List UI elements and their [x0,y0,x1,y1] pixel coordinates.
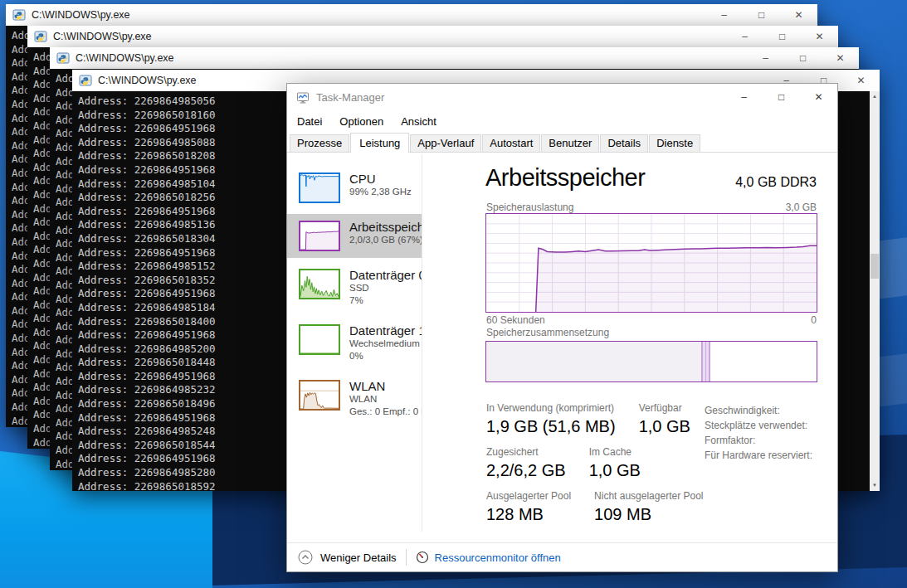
memory-composition-bar [485,341,817,382]
memory-thumbnail-icon [299,221,340,251]
stat-in-verwendung-komprimiert: In Verwendung (komprimiert)1,9 GB (51,6 … [486,402,616,436]
tab-prozesse[interactable]: Prozesse [290,134,349,152]
sidebar-item-arbeitsspeicher[interactable]: Arbeitsspeicher2,0/3,0 GB (67%) [287,214,422,258]
close-button[interactable]: ✕ [842,70,880,91]
stat-label: In Verwendung (komprimiert) [486,402,616,414]
stat-value: 2,2/6,2 GB [486,461,566,480]
taskmanager-titlebar[interactable]: Task-Manager – □ ✕ [287,84,837,111]
tab-autostart[interactable]: Autostart [482,134,540,152]
console-titlebar[interactable]: C:\WINDOWS\py.exe – □ ✕ [27,26,838,47]
open-resource-monitor-label: Ressourcenmonitor öffnen [435,552,561,564]
sidebar-item-subtitle: 99% 2,38 GHz [349,186,412,198]
sidebar-item-text: Datenträger 0 (C:)SSD7% [349,269,418,307]
scroll-down-button[interactable]: ▼ [870,480,880,491]
sidebar-item-subtitle: Ges.: 0 Empf.: 0 KBit/s [349,406,418,418]
stat-value: 128 MB [486,505,571,524]
hardware-label: Steckplätze verwendet: [705,418,812,433]
stat-label: Verfügbar [639,402,690,414]
scrollbar-thumb[interactable] [870,254,879,279]
menu-datei[interactable]: Datei [297,115,322,128]
tab-details[interactable]: Details [600,134,648,152]
console-window-title: C:\WINDOWS\py.exe [32,9,705,21]
scrollbar[interactable]: ▲ ▼ [870,91,880,491]
minimize-button[interactable]: – [747,47,784,69]
py-icon [79,74,92,87]
tab-benutzer[interactable]: Benutzer [541,134,599,152]
composition-modified-segment [701,342,710,381]
task-manager-icon [296,91,310,104]
stat-value: 1,9 GB (51,6 MB) [486,417,616,436]
maximize-button[interactable]: □ [784,47,822,69]
stat-zugesichert: Zugesichert2,2/6,2 GB [486,446,566,480]
sidebar-item-subtitle: SSD [349,282,418,294]
memory-detail-panel: Arbeitsspeicher 4,0 GB DDR3 Speicherausl… [423,154,837,542]
panel-title: Arbeitsspeicher [485,164,645,192]
sidebar-item-subtitle: 0% [349,350,418,362]
console-titlebar[interactable]: C:\WINDOWS\py.exe – □ ✕ [50,47,859,69]
sidebar-item-datentr-ger-1-e[interactable]: Datenträger 1 (E:)Wechselmedium0% [287,318,422,369]
chevron-up-circle-icon [298,550,313,565]
sidebar-item-title: CPU [349,172,412,186]
window-title: Task-Manager [316,91,725,104]
close-button[interactable]: ✕ [780,4,817,26]
sidebar-item-title: WLAN [349,379,418,393]
sidebar-item-text: WLANWLANGes.: 0 Empf.: 0 KBit/s [349,380,418,418]
minimize-button[interactable]: – [725,84,763,111]
console-titlebar[interactable]: C:\WINDOWS\py.exe – □ ✕ [6,4,817,26]
hardware-label: Für Hardware reserviert: [705,448,812,463]
stat-label: Nicht ausgelagerter Pool [594,490,703,502]
task-manager-window[interactable]: Task-Manager – □ ✕ DateiOptionenAnsicht … [286,83,838,572]
desktop: C:\WINDOWS\py.exe – □ ✕ Address: 2269864… [0,0,907,588]
maximize-button[interactable]: □ [763,26,801,47]
open-resource-monitor-link[interactable]: Ressourcenmonitor öffnen [416,551,561,564]
performance-sidebar: CPU99% 2,38 GHzArbeitsspeicher2,0/3,0 GB… [287,154,422,532]
py-icon [12,8,26,22]
hardware-info: Geschwindigkeit:Steckplätze verwendet:Fo… [705,403,812,463]
close-button[interactable]: ✕ [801,26,838,47]
chart-time-window: 60 Sekunden [486,314,545,326]
usage-chart-max: 3,0 GB [786,202,817,213]
cpu-thumbnail-icon [299,173,340,203]
tm-footer: Weniger Details Ressourcenmonitor öffnen [287,542,837,571]
tm-tab-strip: ProzesseLeistungApp-VerlaufAutostartBenu… [287,131,837,153]
tab-dienste[interactable]: Dienste [649,134,700,152]
scroll-up-button[interactable]: ▲ [870,91,880,102]
stat-value: 1,0 GB [589,461,641,480]
stat-nicht-ausgelagerter-pool: Nicht ausgelagerter Pool109 MB [594,490,703,524]
sidebar-item-cpu[interactable]: CPU99% 2,38 GHz [287,166,422,210]
disk1-thumbnail-icon [299,324,340,355]
sidebar-item-subtitle: 7% [349,294,418,307]
stat-value: 109 MB [594,505,703,524]
stat-value: 1,0 GB [639,417,690,436]
sidebar-item-subtitle: Wechselmedium [349,338,418,350]
close-button[interactable]: ✕ [822,47,859,69]
sidebar-item-subtitle: 2,0/3,0 GB (67%) [349,234,418,246]
less-details-button[interactable]: Weniger Details [298,550,397,565]
minimize-button[interactable]: – [726,26,763,47]
py-icon [56,51,70,65]
tm-menubar: DateiOptionenAnsicht [287,111,837,131]
tab-app-verlauf[interactable]: App-Verlauf [410,134,481,152]
stat-label: Im Cache [589,446,641,458]
memory-capacity: 4,0 GB DDR3 [735,175,817,190]
sidebar-item-text: CPU99% 2,38 GHz [349,173,412,198]
sidebar-item-title: Arbeitsspeicher [349,220,418,234]
console-window-title: C:\WINDOWS\py.exe [53,31,726,42]
close-button[interactable]: ✕ [800,84,837,111]
less-details-label: Weniger Details [320,552,397,564]
memory-stats: In Verwendung (komprimiert)1,9 GB (51,6 … [486,402,704,534]
stat-row: Zugesichert2,2/6,2 GBIm Cache1,0 GB [486,446,704,480]
chart-time-zero: 0 [811,314,817,326]
sidebar-item-title: Datenträger 1 (E:) [349,323,418,338]
maximize-button[interactable]: □ [743,4,780,26]
wlan-thumbnail-icon [299,380,340,411]
usage-chart-label: Speicherauslastung [486,202,573,213]
tab-leistung[interactable]: Leistung [350,133,409,153]
minimize-button[interactable]: – [705,4,743,26]
sidebar-item-text: Datenträger 1 (E:)Wechselmedium0% [349,324,418,362]
menu-ansicht[interactable]: Ansicht [401,115,436,128]
menu-optionen[interactable]: Optionen [339,115,383,128]
sidebar-item-wlan[interactable]: WLANWLANGes.: 0 Empf.: 0 KBit/s [287,373,422,425]
sidebar-item-datentr-ger-0-c[interactable]: Datenträger 0 (C:)SSD7% [287,262,422,313]
maximize-button[interactable]: □ [763,84,800,111]
